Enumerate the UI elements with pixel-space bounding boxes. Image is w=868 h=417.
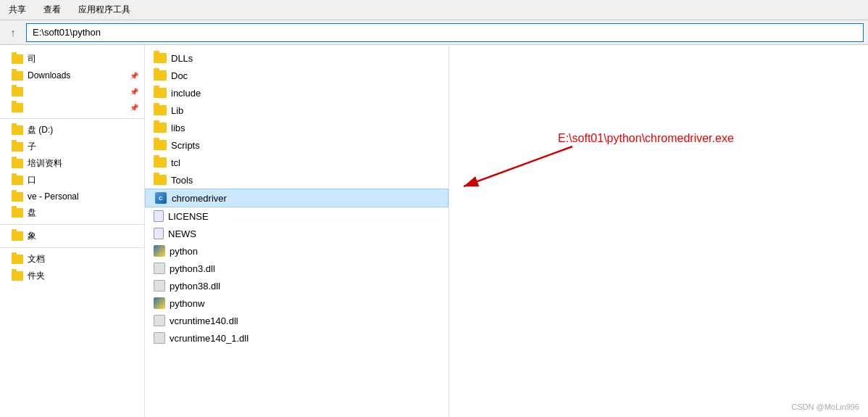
file-label-vcruntime1401: vcruntime140_1.dll [170,333,249,344]
annotation-arrow-svg [449,139,580,197]
pin-icon: 📌 [130,104,138,112]
sidebar-label-folder: 件夹 [28,270,45,282]
file-label-news: NEWS [168,228,196,239]
sidebar-item-personal[interactable]: ve - Personal [0,189,144,205]
sidebar-item-downloads[interactable]: Downloads 📌 [0,67,144,83]
sidebar-divider-2 [0,224,144,225]
sidebar-item-3[interactable]: 📌 [0,99,144,115]
folder-icon-dlls [154,53,167,63]
sidebar-item-zi[interactable]: 子 [0,139,144,155]
folder-icon-doc [154,70,167,80]
file-label-pythonw: pythonw [170,298,204,309]
address-input[interactable] [26,23,864,42]
file-item-news[interactable]: NEWS [145,225,448,242]
folder-icon [12,142,23,152]
file-label-tools: Tools [171,175,193,186]
file-item-dlls[interactable]: DLLs [145,49,448,67]
folder-icon [12,208,23,218]
folder-icon [12,255,23,264]
sidebar-label-d: 盘 (D:) [28,124,53,136]
sidebar-label-kou: 口 [28,174,36,186]
sidebar-label-si: 司 [28,53,36,65]
file-item-python38dll[interactable]: python38.dll [145,277,448,294]
menu-view[interactable]: 查看 [41,2,64,17]
folder-icon [12,159,23,168]
file-item-vcruntime1401[interactable]: vcruntime140_1.dll [145,329,448,347]
dll-icon-python38 [154,280,165,292]
file-item-tools[interactable]: Tools [145,171,448,189]
file-label-vcruntime140: vcruntime140.dll [170,315,238,326]
address-bar: ↑ [0,20,868,45]
sidebar-item-pan[interactable]: 盘 [0,205,144,221]
file-label-lib: Lib [171,105,183,116]
annotation-area: E:\soft01\python\chromedriver.exe [449,45,868,417]
folder-icon [12,103,23,112]
menu-share[interactable]: 共享 [6,2,29,17]
folder-icon-tcl [154,157,167,168]
sidebar-item-2[interactable]: 📌 [0,83,144,99]
sidebar-item-kou[interactable]: 口 [0,172,144,189]
file-label-tcl: tcl [171,157,180,168]
dll-icon-vcruntime140 [154,315,165,326]
folder-icon [12,231,23,241]
exe-icon-chromedriver: C [154,191,167,205]
folder-icon [12,176,23,185]
file-item-license[interactable]: LICENSE [145,207,448,225]
file-item-chromedriver[interactable]: C chromedriver [145,189,448,207]
up-button[interactable]: ↑ [4,24,22,41]
folder-icon [12,192,23,202]
folder-icon-tools [154,175,167,185]
sidebar-item-d[interactable]: 盘 (D:) [0,122,144,139]
file-label-scripts: Scripts [171,140,200,151]
pin-icon: 📌 [130,72,138,80]
folder-icon-libs [154,123,167,133]
sidebar-label-downloads: Downloads [28,70,70,80]
file-item-python[interactable]: python [145,242,448,260]
file-label-python38dll: python38.dll [170,281,220,292]
dll-icon-python3 [154,263,165,274]
file-label-libs: libs [171,123,185,133]
sidebar-item-doc[interactable]: 文档 [0,251,144,268]
file-label-license: LICENSE [168,211,209,222]
sidebar-item-si[interactable]: 司 [0,51,144,67]
main-layout: 司 Downloads 📌 📌 📌 盘 (D:) 子 培训资料 [0,45,868,417]
file-item-vcruntime140[interactable]: vcruntime140.dll [145,312,448,329]
license-icon [154,210,164,222]
file-item-include[interactable]: include [145,84,448,102]
python-icon [154,245,165,257]
file-item-scripts[interactable]: Scripts [145,136,448,154]
file-label-include: include [171,88,201,99]
sidebar-divider [0,118,144,119]
dll-icon-vcruntime1401 [154,332,165,344]
sidebar: 司 Downloads 📌 📌 📌 盘 (D:) 子 培训资料 [0,45,145,417]
sidebar-divider-3 [0,247,144,248]
menu-bar: 共享 查看 应用程序工具 [0,0,868,20]
file-item-tcl[interactable]: tcl [145,154,448,171]
file-item-doc[interactable]: Doc [145,67,448,84]
sidebar-label-pan: 盘 [28,207,36,219]
svg-line-1 [464,146,572,186]
folder-icon-scripts [154,140,167,150]
file-item-lib[interactable]: Lib [145,102,448,119]
folder-icon [12,271,23,281]
folder-icon [12,125,23,135]
menu-app-tools[interactable]: 应用程序工具 [75,2,133,17]
file-label-python: python [170,246,198,257]
file-label-doc: Doc [171,70,188,81]
file-list-panel: DLLs Doc include Lib libs [145,45,449,417]
sidebar-item-xiang[interactable]: 象 [0,228,144,244]
folder-icon [12,71,23,80]
file-label-dlls: DLLs [171,53,193,64]
file-item-libs[interactable]: libs [145,119,448,136]
content-area: DLLs Doc include Lib libs [145,45,868,417]
sidebar-item-folder[interactable]: 件夹 [0,268,144,284]
folder-icon [12,54,23,64]
chromedriver-icon-inner: C [155,192,167,204]
file-label-chromedriver: chromedriver [172,193,227,204]
pythonw-icon [154,297,165,309]
sidebar-item-training[interactable]: 培训资料 [0,155,144,172]
file-item-pythonw[interactable]: pythonw [145,294,448,312]
watermark: CSDN @MoLin996 [791,402,859,411]
sidebar-label-doc: 文档 [28,253,45,265]
file-item-python3dll[interactable]: python3.dll [145,260,448,277]
